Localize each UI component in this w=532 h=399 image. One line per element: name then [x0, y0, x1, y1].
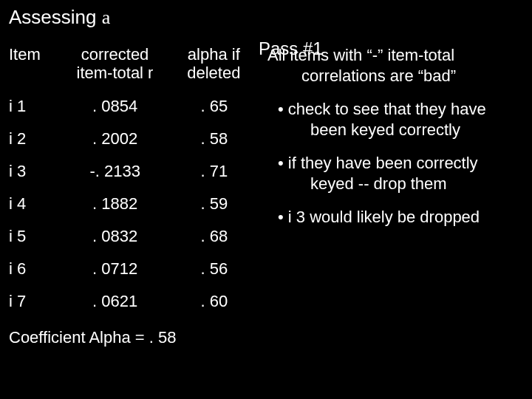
table-row: i 2. 2002. 58: [9, 123, 253, 155]
notes-area: All items with “-” item-total correlatio…: [253, 45, 511, 241]
table-row: i 3-. 2133. 71: [9, 155, 253, 188]
pass-label: Pass #1: [259, 38, 323, 59]
cell-corr: . 0621: [55, 285, 179, 318]
hdr-corrected-l1: corrected: [81, 45, 149, 64]
table-row: i 7. 0621. 60: [9, 285, 253, 318]
cell-item: i 4: [9, 188, 55, 220]
title-text: Assessing: [9, 6, 102, 28]
content-columns: Item corrected item-total r alpha if del…: [9, 45, 523, 347]
hdr-alpha-l1: alpha if: [188, 45, 240, 64]
cell-corr: . 0832: [55, 220, 179, 253]
cell-alpha: . 60: [179, 285, 253, 318]
note-bullet-3: • i 3 would likely be dropped: [267, 207, 511, 228]
slide-title: Assessing a: [9, 6, 523, 29]
cell-alpha: . 56: [179, 253, 253, 285]
slide: Assessing a Pass #1 Item corrected item-…: [0, 0, 532, 399]
coefficient-alpha: Coefficient Alpha = . 58: [9, 328, 253, 347]
cell-alpha: . 58: [179, 123, 253, 155]
cell-alpha: . 59: [179, 188, 253, 220]
hdr-alpha: alpha if deleted: [178, 45, 253, 90]
table-row: i 6. 0712. 56: [9, 253, 253, 285]
cell-item: i 5: [9, 220, 55, 253]
cell-corr: . 2002: [55, 123, 179, 155]
table-row: i 5. 0832. 68: [9, 220, 253, 253]
cell-item: i 6: [9, 253, 55, 285]
cell-alpha: . 65: [179, 90, 253, 123]
cell-item: i 2: [9, 123, 55, 155]
table-area: Item corrected item-total r alpha if del…: [9, 45, 253, 347]
alpha-symbol: a: [102, 7, 111, 28]
note-bullet-2: • if they have been correctly keyed -- d…: [267, 153, 511, 194]
data-table: i 1. 0854. 65i 2. 2002. 58i 3-. 2133. 71…: [9, 90, 253, 318]
note-bullet-1: • check to see that they have been keyed…: [267, 99, 511, 140]
cell-corr: -. 2133: [55, 155, 179, 188]
cell-item: i 7: [9, 285, 55, 318]
cell-corr: . 0712: [55, 253, 179, 285]
hdr-alpha-l2: deleted: [187, 64, 240, 82]
cell-item: i 3: [9, 155, 55, 188]
table-row: i 4. 1882. 59: [9, 188, 253, 220]
cell-corr: . 1882: [55, 188, 179, 220]
table-row: i 1. 0854. 65: [9, 90, 253, 123]
hdr-corrected-l2: item-total r: [77, 64, 154, 82]
hdr-corrected: corrected item-total r: [55, 45, 177, 90]
cell-corr: . 0854: [55, 90, 179, 123]
cell-alpha: . 71: [179, 155, 253, 188]
hdr-item: Item: [9, 45, 55, 90]
table-header: Item corrected item-total r alpha if del…: [9, 45, 253, 90]
cell-alpha: . 68: [179, 220, 253, 253]
cell-item: i 1: [9, 90, 55, 123]
